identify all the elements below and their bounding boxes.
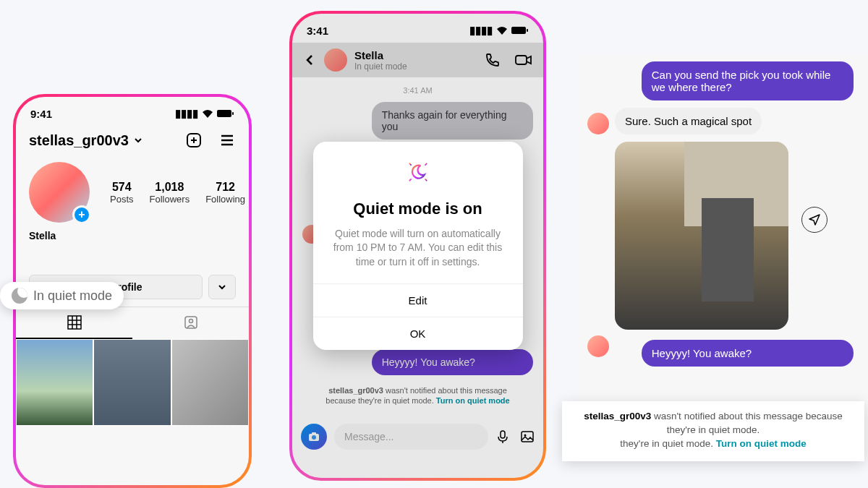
posts-grid (16, 339, 249, 426)
message-outgoing[interactable]: Can you send the pick you took while we … (642, 61, 854, 100)
svg-line-20 (409, 179, 411, 181)
post-thumbnail[interactable] (171, 339, 249, 426)
chevron-down-icon (133, 135, 143, 145)
battery-icon (217, 109, 234, 118)
tab-grid[interactable] (16, 307, 132, 339)
message-outgoing[interactable]: Heyyyy! You awake? (642, 340, 854, 367)
message-avatar (587, 113, 609, 134)
wifi-icon (202, 109, 213, 118)
phone-chat-modal-screen: 3:41 ▮▮▮▮ Stella In quiet mode 3:41 AM (292, 14, 543, 478)
status-icons: ▮▮▮▮ (175, 107, 234, 120)
quiet-mode-notice-callout: stellas_gr00v3 wasn't notified about thi… (562, 401, 864, 461)
post-thumbnail[interactable] (93, 339, 171, 426)
display-name: Stella (16, 230, 249, 241)
post-thumbnail[interactable] (16, 339, 93, 426)
share-icon[interactable] (801, 207, 827, 233)
quiet-mode-modal: Quiet mode is on Quiet mode will turn on… (313, 142, 523, 351)
stat-following[interactable]: 712 Following (205, 181, 245, 205)
svg-line-16 (425, 163, 426, 165)
status-bar: 9:41 ▮▮▮▮ (16, 97, 249, 126)
message-incoming[interactable]: Sure. Such a magical spot (615, 108, 762, 134)
svg-line-18 (409, 163, 411, 165)
signal-icon: ▮▮▮▮ (175, 107, 198, 120)
profile-tabs (16, 307, 249, 339)
username-dropdown[interactable]: stellas_gr00v3 (29, 132, 143, 149)
modal-body: Quiet mode will turn on automatically fr… (313, 227, 523, 284)
quiet-mode-label: In quiet mode (33, 288, 112, 304)
add-story-badge[interactable]: + (72, 205, 91, 224)
svg-rect-3 (68, 316, 81, 329)
svg-line-22 (425, 179, 426, 181)
status-time: 9:41 (30, 108, 52, 120)
moon-gradient-icon (313, 142, 523, 200)
modal-overlay: Quiet mode is on Quiet mode will turn on… (292, 14, 543, 478)
svg-point-5 (189, 320, 192, 323)
profile-header: stellas_gr00v3 (16, 126, 249, 155)
stat-posts[interactable]: 574 Posts (110, 181, 134, 205)
modal-edit-button[interactable]: Edit (313, 283, 523, 317)
phone-chat: Can you send the pick you took while we … (579, 54, 868, 459)
create-post-icon[interactable] (185, 132, 203, 149)
moon-icon (12, 288, 27, 304)
quiet-mode-pill: In quiet mode (0, 282, 124, 309)
message-photo[interactable] (615, 142, 788, 330)
modal-title: Quiet mode is on (313, 200, 523, 227)
stat-followers[interactable]: 1,018 Followers (150, 181, 190, 205)
profile-avatar[interactable]: + (29, 162, 90, 223)
svg-rect-1 (232, 112, 234, 115)
discover-people-button[interactable] (208, 275, 236, 299)
menu-icon[interactable] (218, 132, 236, 149)
modal-ok-button[interactable]: OK (313, 317, 523, 350)
tab-tagged[interactable] (132, 307, 249, 339)
phone-chat-modal: 3:41 ▮▮▮▮ Stella In quiet mode 3:41 AM (289, 11, 546, 481)
turn-on-quiet-link[interactable]: Turn on quiet mode (716, 438, 807, 449)
svg-rect-0 (217, 110, 231, 117)
profile-stats-row: + 574 Posts 1,018 Followers 712 Followin… (16, 155, 249, 230)
username-text: stellas_gr00v3 (29, 132, 129, 149)
message-avatar (587, 335, 609, 357)
